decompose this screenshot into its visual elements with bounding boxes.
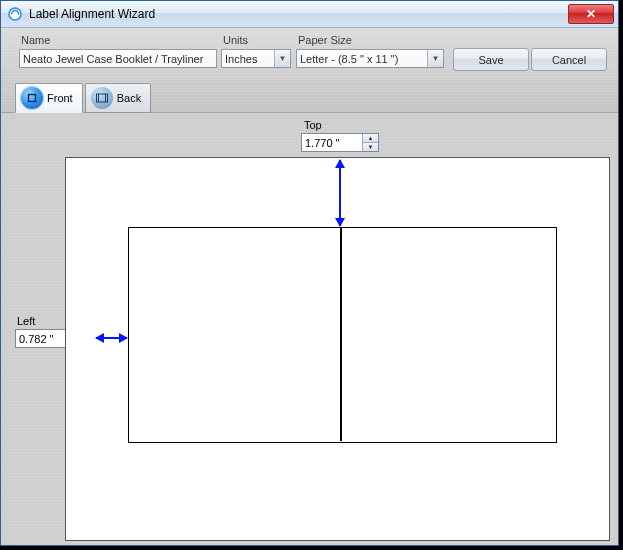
preview-area: Top 1.770 " ▲ ▼ Left 0.782 " ▲ ▼ [1,113,618,545]
cancel-button[interactable]: Cancel [531,48,607,71]
app-icon [7,6,23,22]
name-label: Name [21,34,50,46]
chevron-down-icon: ▼ [274,50,290,67]
paper-size-value: Letter - (8.5 " x 11 ") [297,53,427,65]
left-margin-arrow [96,337,127,339]
window-title: Label Alignment Wizard [29,7,568,21]
chevron-down-icon[interactable]: ▼ [363,143,378,151]
save-button[interactable]: Save [453,48,529,71]
top-margin-spinner[interactable]: 1.770 " ▲ ▼ [301,133,379,152]
paper-size-select[interactable]: Letter - (8.5 " x 11 ") ▼ [296,49,444,68]
units-value: Inches [222,53,274,65]
close-button[interactable]: ✕ [568,4,614,24]
chevron-down-icon: ▼ [427,50,443,67]
tabstrip: Front Back [15,83,153,113]
titlebar: Label Alignment Wizard ✕ [1,1,618,28]
close-icon: ✕ [586,8,596,20]
label-divider [340,228,342,441]
name-input[interactable] [19,49,217,68]
label-outline [128,227,557,443]
chevron-up-icon[interactable]: ▲ [363,134,378,143]
units-label: Units [223,34,248,46]
controls-panel: Name Units Inches ▼ Paper Size Letter - … [1,28,618,113]
top-margin-value: 1.770 " [302,137,362,149]
front-icon [21,87,43,109]
tab-front-label: Front [47,92,73,104]
back-icon [91,87,113,109]
tab-back-label: Back [117,92,141,104]
units-select[interactable]: Inches ▼ [221,49,291,68]
spinner-buttons[interactable]: ▲ ▼ [362,134,378,151]
tab-back[interactable]: Back [85,83,151,113]
window-root: Label Alignment Wizard ✕ Name Units Inch… [0,0,619,546]
left-margin-label: Left [17,315,35,327]
svg-rect-2 [29,95,36,102]
tab-front[interactable]: Front [15,83,83,113]
paper-size-label: Paper Size [298,34,352,46]
top-margin-arrow [339,160,341,226]
top-margin-label: Top [304,119,322,131]
